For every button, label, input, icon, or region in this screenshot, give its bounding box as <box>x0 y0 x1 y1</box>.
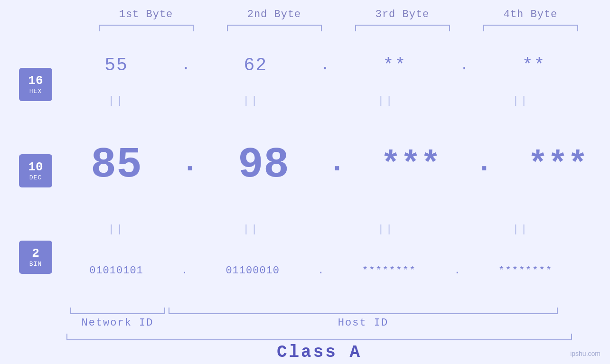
sep-symbol-2-4: || <box>513 224 529 235</box>
network-id-label: Network ID <box>81 317 153 329</box>
bin-badge-number: 2 <box>32 247 39 261</box>
hex-cell-3: ** <box>330 55 459 75</box>
dec-dot-2: . <box>328 147 346 184</box>
sep-symbol-2-2: || <box>243 224 259 235</box>
dec-badge-number: 10 <box>28 160 43 174</box>
hex-dot-3: . <box>460 56 469 74</box>
bin-dot-3: . <box>454 265 460 277</box>
host-id-label: Host ID <box>338 317 388 329</box>
sep-row-2: || || || || <box>52 222 610 236</box>
class-row-wrapper: Class A <box>0 334 610 364</box>
byte-headers-row: 1st Byte 2nd Byte 3rd Byte 4th Byte <box>0 0 610 20</box>
bin-value-2: 01100010 <box>225 265 280 277</box>
bin-value-1: 01010101 <box>89 265 143 277</box>
dec-cell-1: 85 <box>52 141 180 189</box>
hex-value-3: ** <box>383 55 407 75</box>
dec-cell-3: *** <box>347 146 475 184</box>
bin-cell-3: ******** <box>325 265 453 277</box>
bracket-line-2 <box>227 25 322 31</box>
bracket-line-1 <box>99 25 194 31</box>
hex-row: 55 . 62 . ** . ** <box>52 37 610 93</box>
dec-value-4: *** <box>528 146 588 184</box>
hex-dot-2: . <box>320 56 329 74</box>
bracket-3 <box>338 24 467 32</box>
dec-badge-label: DEC <box>29 174 42 181</box>
bracket-line-3 <box>355 25 450 31</box>
bin-value-4: ******** <box>498 265 553 277</box>
dec-row: 85 . 98 . *** . *** <box>52 108 610 222</box>
bracket-line-4 <box>483 25 578 31</box>
sep-cell-1-2: || <box>187 95 315 107</box>
top-brackets-row <box>0 24 610 32</box>
data-columns: 55 . 62 . ** . ** || <box>52 37 610 305</box>
hex-badge: 16 HEX <box>19 68 52 101</box>
hex-value-4: ** <box>522 55 546 75</box>
class-label-row: Class A <box>277 340 362 364</box>
main-area: 16 HEX 10 DEC 2 BIN 55 . 62 <box>0 37 610 305</box>
dec-cell-2: 98 <box>199 141 328 189</box>
dec-cell-4: *** <box>494 146 610 184</box>
sep-cell-2-1: || <box>52 224 180 235</box>
sep-row-1: || || || || <box>52 93 610 108</box>
sep-symbol-2-3: || <box>378 224 394 235</box>
bin-badge-label: BIN <box>29 261 42 268</box>
hex-value-2: 62 <box>244 55 267 75</box>
hex-badge-number: 16 <box>28 74 43 88</box>
dec-dot-1: . <box>181 147 198 184</box>
bracket-4 <box>467 24 595 32</box>
sep-symbol-1-3: || <box>378 95 394 107</box>
hex-cell-1: 55 <box>52 55 180 75</box>
dec-dot-3: . <box>476 147 493 184</box>
main-container: 1st Byte 2nd Byte 3rd Byte 4th Byte 16 H… <box>0 0 610 364</box>
sep-symbol-1-1: || <box>108 95 124 107</box>
sep-cell-1-1: || <box>52 95 180 107</box>
sep-cell-2-4: || <box>457 224 585 235</box>
bin-dot-2: . <box>318 265 324 277</box>
sep-cell-1-3: || <box>322 95 450 107</box>
hex-value-1: 55 <box>104 55 128 75</box>
byte-1-header: 1st Byte <box>82 9 210 20</box>
sep-cell-2-2: || <box>187 224 315 235</box>
dec-badge: 10 DEC <box>19 154 52 187</box>
byte-4-header: 4th Byte <box>467 9 595 20</box>
class-label: Class A <box>277 343 362 362</box>
sep-cell-1-4: || <box>457 95 585 107</box>
bin-dot-1: . <box>181 265 188 277</box>
bin-cell-1: 01010101 <box>52 265 180 277</box>
sep-symbol-2-1: || <box>108 224 124 235</box>
watermark: ipshu.com <box>570 350 601 357</box>
hex-cell-4: ** <box>470 55 598 75</box>
hex-badge-label: HEX <box>29 88 42 95</box>
bracket-1 <box>82 24 210 32</box>
sep-symbol-1-4: || <box>513 95 529 107</box>
dec-value-3: *** <box>381 146 441 184</box>
hex-cell-2: 62 <box>191 55 319 75</box>
bin-value-3: ******** <box>362 265 416 277</box>
sep-cell-2-3: || <box>322 224 450 235</box>
byte-3-header: 3rd Byte <box>338 9 467 20</box>
bracket-2 <box>210 24 338 32</box>
bin-cell-2: 01100010 <box>188 265 317 277</box>
bottom-area: Network ID Host ID <box>0 308 610 329</box>
sep-symbol-1-2: || <box>243 95 259 107</box>
bin-cell-4: ******** <box>461 265 590 277</box>
hex-dot-1: . <box>181 56 190 74</box>
byte-2-header: 2nd Byte <box>210 9 338 20</box>
dec-value-1: 85 <box>91 141 142 189</box>
bin-row: 01010101 . 01100010 . ******** . *******… <box>52 236 610 305</box>
badge-column: 16 HEX 10 DEC 2 BIN <box>19 37 52 305</box>
dec-value-2: 98 <box>238 141 289 189</box>
bin-badge: 2 BIN <box>19 241 52 274</box>
